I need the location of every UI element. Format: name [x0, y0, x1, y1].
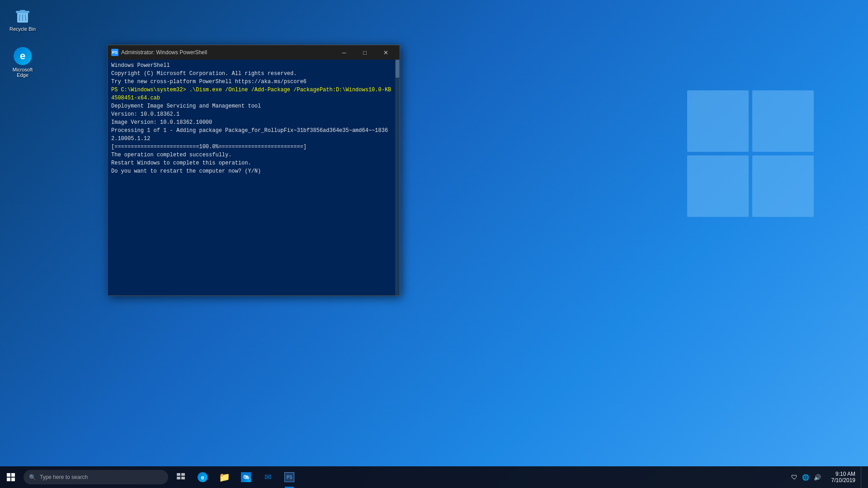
start-button[interactable] — [0, 466, 22, 488]
ps-scrollbar-thumb — [396, 60, 399, 78]
svg-rect-8 — [177, 477, 180, 479]
windows-logo-watermark — [687, 90, 814, 217]
terminal-line: Restart Windows to complete this operati… — [111, 159, 392, 167]
ps-scrollbar[interactable] — [395, 60, 400, 296]
ps-window-icon: PS — [111, 49, 118, 56]
security-tray-icon[interactable]: 🛡 — [790, 474, 799, 481]
svg-line-3 — [19, 14, 20, 21]
taskbar-mail-icon: ✉ — [262, 472, 273, 483]
taskbar-file-explorer-icon: 📁 — [219, 472, 230, 483]
search-icon: 🔍 — [29, 474, 36, 481]
recycle-bin-icon[interactable]: Recycle Bin — [5, 5, 41, 33]
tray-icons: 🛡 🌐 🔊 — [786, 474, 826, 481]
svg-rect-7 — [181, 473, 185, 476]
volume-tray-icon[interactable]: 🔊 — [812, 474, 822, 481]
search-bar[interactable]: 🔍 Type here to search — [24, 470, 168, 484]
ps-terminal[interactable]: Windows PowerShellCopyright (C) Microsof… — [108, 60, 395, 296]
edge-label: Microsoft Edge — [6, 67, 39, 78]
microsoft-edge-icon[interactable]: e Microsoft Edge — [5, 45, 41, 80]
svg-rect-6 — [177, 473, 180, 476]
show-desktop-button[interactable] — [861, 466, 864, 488]
terminal-line: Version: 10.0.18362.1 — [111, 110, 392, 118]
powershell-window: PS Administrator: Windows PowerShell ─ □… — [107, 45, 400, 296]
task-view-button[interactable] — [170, 466, 192, 488]
taskbar-powershell-icon: PS — [284, 472, 295, 483]
taskbar-file-explorer-button[interactable]: 📁 — [213, 466, 235, 488]
taskbar-mail-button[interactable]: ✉ — [257, 466, 278, 488]
ps-titlebar[interactable]: PS Administrator: Windows PowerShell ─ □… — [108, 45, 400, 60]
taskbar-edge-button[interactable]: e — [192, 466, 213, 488]
ps-title-text: Administrator: Windows PowerShell — [121, 49, 207, 56]
ps-maximize-button[interactable]: □ — [354, 45, 375, 60]
svg-rect-9 — [181, 477, 185, 479]
recycle-bin-graphic — [14, 6, 32, 24]
taskbar-edge-icon: e — [197, 472, 208, 483]
ps-minimize-button[interactable]: ─ — [334, 45, 354, 60]
clock-date: 7/10/2019 — [831, 477, 855, 483]
terminal-line: Copyright (C) Microsoft Corporation. All… — [111, 70, 392, 78]
ps-titlebar-buttons: ─ □ ✕ — [334, 45, 396, 60]
taskbar: 🔍 Type here to search e — [0, 466, 868, 488]
recycle-bin-label: Recycle Bin — [9, 26, 36, 32]
search-placeholder: Type here to search — [40, 474, 88, 480]
system-tray: 🛡 🌐 🔊 9:10 AM 7/10/2019 — [786, 466, 868, 488]
svg-line-5 — [25, 14, 26, 21]
taskbar-store-icon: 🛍 — [241, 472, 251, 483]
terminal-line: Processing 1 of 1 - Adding package Packa… — [111, 127, 392, 143]
clock[interactable]: 9:10 AM 7/10/2019 — [826, 471, 861, 483]
taskbar-store-button[interactable]: 🛍 — [235, 466, 257, 488]
terminal-line: PS C:\Windows\system32> .\Dism.exe /Onli… — [111, 86, 392, 102]
terminal-line: Image Version: 10.0.18362.10000 — [111, 118, 392, 127]
edge-graphic: e — [14, 47, 32, 65]
terminal-line: Windows PowerShell — [111, 61, 392, 70]
svg-rect-2 — [20, 10, 25, 12]
terminal-line: The operation completed successfully. — [111, 151, 392, 159]
terminal-line: [==========================100.0%=======… — [111, 143, 392, 151]
start-logo — [7, 473, 15, 481]
terminal-line: Try the new cross-platform PowerShell ht… — [111, 78, 392, 86]
ps-content: Windows PowerShellCopyright (C) Microsof… — [108, 60, 400, 296]
clock-time: 9:10 AM — [835, 471, 855, 477]
network-tray-icon[interactable]: 🌐 — [801, 474, 811, 481]
desktop: Recycle Bin e Microsoft Edge PS Administ… — [0, 0, 868, 488]
ps-close-button[interactable]: ✕ — [375, 45, 396, 60]
ps-titlebar-left: PS Administrator: Windows PowerShell — [111, 49, 207, 56]
terminal-line: Do you want to restart the computer now?… — [111, 167, 392, 175]
taskbar-icons: e 📁 🛍 ✉ — [170, 466, 300, 488]
taskbar-powershell-button[interactable]: PS — [278, 466, 300, 488]
terminal-line: Deployment Image Servicing and Managemen… — [111, 102, 392, 110]
task-view-icon — [175, 472, 186, 483]
